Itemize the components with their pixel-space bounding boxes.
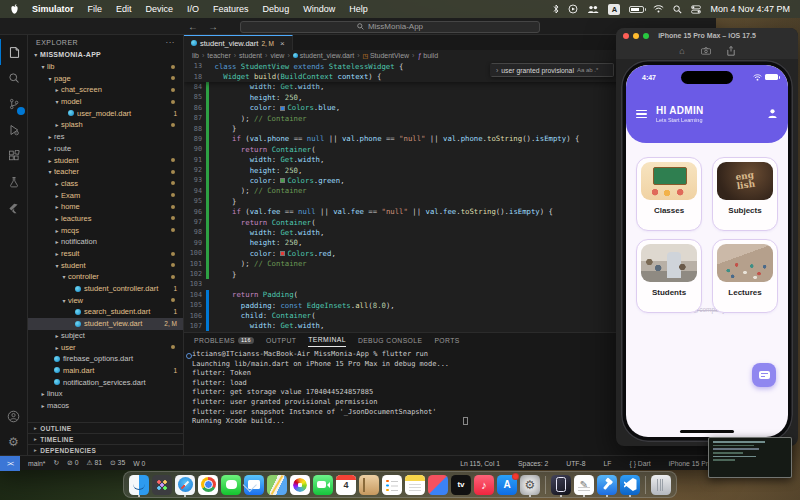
menu-hamburger-icon[interactable] [636, 110, 647, 119]
tree-item-splash[interactable]: ▸splash [28, 119, 183, 131]
panel-tab-output[interactable]: OUTPUT [266, 333, 296, 347]
tree-item-subject[interactable]: ▸subject [28, 330, 183, 342]
dock-trash[interactable] [651, 475, 671, 495]
tree-item-exam[interactable]: ▸Exam [28, 189, 183, 201]
dock-notes[interactable] [405, 475, 425, 495]
menu-item-edit[interactable]: Edit [109, 4, 139, 14]
tree-item-leactures[interactable]: ▸leactures [28, 213, 183, 225]
nav-forward-icon[interactable]: → [208, 21, 218, 32]
dock-calendar[interactable]: 4 [336, 475, 356, 495]
users-icon[interactable] [587, 5, 599, 14]
menu-item-device[interactable]: Device [139, 4, 181, 14]
find-input[interactable]: user granted provisional [501, 67, 574, 74]
control-center-icon[interactable] [691, 5, 701, 14]
tab-student-view[interactable]: student_view.dart 2, M × [184, 35, 293, 50]
tree-item-search-student-dart[interactable]: search_student.dart1 [28, 306, 183, 318]
input-source-indicator[interactable]: A [608, 4, 620, 15]
tree-item-home[interactable]: ▸home [28, 201, 183, 213]
dock-launchpad[interactable] [152, 475, 172, 495]
tab-close-icon[interactable]: × [280, 39, 285, 48]
find-options[interactable]: Aa ab .* [577, 67, 598, 73]
tree-item-route[interactable]: ▸route [28, 143, 183, 155]
menu-item-help[interactable]: Help [342, 4, 375, 14]
dock-messages[interactable] [221, 475, 241, 495]
tree-item-macos[interactable]: ▸macos [28, 400, 183, 412]
status-w-0[interactable]: W 0 [133, 460, 145, 467]
tree-item-teacher[interactable]: ▾teacher [28, 166, 183, 178]
card-lectures[interactable]: Lectures [712, 239, 778, 313]
tree-item-class[interactable]: ▸class [28, 178, 183, 190]
status-warn[interactable]: ⚠ 81 [86, 459, 102, 467]
section-timeline[interactable]: ▸TIMELINE [28, 433, 183, 444]
dock-chrome[interactable] [198, 475, 218, 495]
tree-item-chat-screen[interactable]: ▸chat_screen [28, 84, 183, 96]
status--dart[interactable]: { } Dart [630, 460, 651, 467]
breadcrumb-student-view-dart[interactable]: student_view.dart [293, 52, 354, 59]
status-spaces-2[interactable]: Spaces: 2 [518, 460, 548, 467]
panel-tab-ports[interactable]: PORTS [434, 333, 459, 347]
tree-item-result[interactable]: ▸result [28, 248, 183, 260]
status-info[interactable]: ⊙ 35 [110, 459, 125, 467]
share-icon[interactable] [727, 46, 735, 56]
dock-photos[interactable] [290, 475, 310, 495]
tree-item-controller[interactable]: ▾controller [28, 271, 183, 283]
tree-item-res[interactable]: ▸res [28, 131, 183, 143]
menu-item-features[interactable]: Features [206, 4, 256, 14]
dock-facetime[interactable] [313, 475, 333, 495]
find-expand-icon[interactable]: › [496, 67, 498, 74]
dock-textedit[interactable]: ✎ [574, 475, 594, 495]
tree-item-linux[interactable]: ▸linux [28, 388, 183, 400]
dock-news[interactable] [428, 475, 448, 495]
menu-item-file[interactable]: File [81, 4, 110, 14]
card-subjects[interactable]: eng lishSubjects [712, 157, 778, 231]
dock-appstore[interactable]: A [497, 475, 517, 495]
tree-item-user[interactable]: ▸user [28, 341, 183, 353]
status-main-[interactable]: main* [28, 460, 45, 467]
breadcrumb-build[interactable]: ƒ build [417, 52, 438, 59]
breadcrumb-student[interactable]: student [239, 52, 262, 59]
extensions-icon[interactable] [0, 143, 28, 169]
remote-indicator[interactable]: >< [0, 456, 20, 471]
screen-preview-thumbnail[interactable] [708, 437, 792, 478]
breadcrumb-teacher[interactable]: teacher [207, 52, 230, 59]
source-control-icon[interactable] [0, 91, 28, 117]
tree-item-missmonia-app[interactable]: ▾MISSMONIA-APP [28, 49, 183, 61]
menu-item-window[interactable]: Window [296, 4, 342, 14]
breadcrumb-studentview[interactable]: ◳ StudentView [363, 52, 410, 59]
dock-xcode[interactable] [597, 475, 617, 495]
apple-menu-icon[interactable] [0, 4, 25, 15]
section-dependencies[interactable]: ▸DEPENDENCIES [28, 444, 183, 455]
card-students[interactable]: Students [636, 239, 702, 313]
tree-item-main-dart[interactable]: main.dart1 [28, 365, 183, 377]
tree-item-mcqs[interactable]: ▸mcqs [28, 224, 183, 236]
tree-item-student[interactable]: ▾student [28, 259, 183, 271]
screenshot-icon[interactable] [701, 47, 711, 55]
spotlight-search-icon[interactable] [673, 5, 682, 14]
tree-item-student-controller-dart[interactable]: student_controller.dart1 [28, 283, 183, 295]
status-iphone-15-pr[interactable]: iPhone 15 Pr [669, 460, 708, 467]
flutter-icon[interactable] [0, 195, 28, 221]
status-lf[interactable]: LF [604, 460, 612, 467]
menu-clock[interactable]: Mon 4 Nov 4:47 PM [710, 4, 790, 14]
run-debug-icon[interactable] [0, 117, 28, 143]
tree-item-student[interactable]: ▸student [28, 154, 183, 166]
tree-item-student-view-dart[interactable]: student_view.dart2, M [28, 318, 183, 330]
tree-item-user-model-dart[interactable]: user_model.dart1 [28, 107, 183, 119]
dock-mail[interactable] [244, 475, 264, 495]
home-button-icon[interactable]: ⌂ [679, 46, 684, 56]
section-outline[interactable]: ▸OUTLINE [28, 422, 183, 433]
tree-item-firebase-options-dart[interactable]: firebase_options.dart [28, 353, 183, 365]
panel-tab-problems[interactable]: PROBLEMS116 [194, 333, 254, 347]
dock-music[interactable]: ♪ [474, 475, 494, 495]
search-icon[interactable] [0, 65, 28, 91]
nav-back-icon[interactable]: ← [188, 21, 198, 32]
menu-item-simulator[interactable]: Simulator [25, 4, 81, 14]
dock-safari[interactable] [175, 475, 195, 495]
battery-icon[interactable] [629, 6, 644, 13]
wifi-icon[interactable] [653, 5, 664, 13]
home-indicator[interactable] [680, 430, 734, 434]
status-utf-8[interactable]: UTF-8 [566, 460, 585, 467]
dock-contacts[interactable] [359, 475, 379, 495]
command-center-search[interactable]: MissMonia-App [240, 21, 540, 33]
profile-person-icon[interactable] [767, 108, 778, 119]
